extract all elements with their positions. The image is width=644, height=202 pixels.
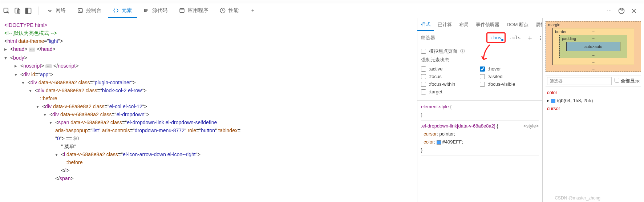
expander-icon[interactable]: ▾ (29, 86, 33, 94)
elements-icon (113, 8, 119, 13)
tab-label: 源代码 (152, 7, 167, 14)
subtab-computed[interactable]: 已计算 (434, 18, 455, 31)
box-model[interactable]: margin –––– border –––– padding –––– aut… (546, 21, 641, 72)
box-model-content: auto×auto (566, 42, 620, 51)
styles-sub-tabs: 样式 已计算 布局 事件侦听器 DOM 断点 属性 辅助功能 (417, 18, 542, 31)
tab-label: 性能 (228, 7, 239, 14)
close-icon[interactable] (630, 7, 637, 15)
help-icon[interactable] (618, 7, 625, 15)
state-target-checkbox[interactable] (421, 89, 426, 94)
comment: <!-- 默认为亮色模式 --> (4, 30, 57, 36)
svg-rect-4 (26, 8, 28, 13)
expander-icon[interactable]: ▾ (55, 150, 60, 158)
new-style-rule-icon[interactable]: ＋ (524, 32, 536, 44)
expander-icon[interactable]: ▾ (44, 110, 48, 118)
element-style-rule[interactable]: element.style {} (421, 103, 539, 121)
expander-icon[interactable]: ▾ (49, 118, 54, 126)
dom-tree-panel[interactable]: <!DOCTYPE html> <!-- 默认为亮色模式 --> <html d… (0, 18, 417, 202)
tab-console[interactable]: 控制台 (72, 4, 106, 18)
divider (39, 7, 39, 15)
styles-panel: 样式 已计算 布局 事件侦听器 DOM 断点 属性 辅助功能 :hov .cls… (417, 18, 542, 202)
tab-label: 应用程序 (188, 7, 208, 14)
css-rules-list[interactable]: element.style {} <style> .el-dropdown-li… (417, 101, 542, 202)
console-icon (77, 8, 83, 13)
svg-point-8 (144, 11, 145, 12)
show-all-checkbox[interactable] (615, 78, 619, 82)
color-swatch[interactable] (551, 99, 555, 103)
plus-icon: ＋ (250, 7, 255, 14)
tab-label: 网络 (56, 7, 66, 14)
tab-sources[interactable]: 源代码 (138, 4, 173, 18)
state-active-checkbox[interactable] (421, 66, 426, 72)
css-rule[interactable]: <style> .el-dropdown-link[data-v-68a8e8a… (421, 122, 539, 156)
selected-node-indicator: == $0 (66, 136, 79, 141)
dock-icon[interactable] (25, 7, 32, 15)
color-swatch[interactable] (437, 140, 441, 145)
subtab-properties[interactable]: 属性 (532, 18, 542, 31)
expander-icon[interactable]: ▾ (15, 70, 19, 78)
expander-icon[interactable]: ▸ (4, 45, 9, 53)
expander-icon[interactable]: ▾ (22, 78, 26, 86)
cls-toggle[interactable]: .cls (506, 33, 523, 42)
application-icon (179, 8, 185, 13)
doctype: <!DOCTYPE html> (4, 22, 47, 28)
wifi-icon (47, 8, 53, 13)
ellipsis-badge[interactable]: ⋯ (45, 64, 52, 68)
subtab-dom-breakpoints[interactable]: DOM 断点 (503, 18, 532, 31)
inspect-icon[interactable] (3, 7, 10, 15)
tab-label: 控制台 (86, 7, 101, 14)
ellipsis-badge[interactable]: ⋯ (29, 48, 35, 52)
state-focus-within-checkbox[interactable] (421, 82, 426, 87)
help-icon[interactable]: ⓘ (460, 48, 465, 54)
state-hover-checkbox[interactable] (480, 66, 485, 72)
computed-panel: margin –––– border –––– padding –––– aut… (542, 18, 644, 202)
svg-point-7 (144, 10, 145, 11)
rule-origin-link[interactable]: <style> (523, 122, 539, 130)
force-state-section: 模拟焦点页面 ⓘ 强制元素状态 :active :hover :focus :v… (417, 44, 542, 101)
styles-filter-input[interactable] (417, 31, 486, 44)
expander-icon[interactable]: ▾ (4, 54, 9, 62)
computed-filter-input[interactable] (547, 77, 612, 85)
browser-tabs-blur (0, 0, 644, 4)
expander-icon[interactable]: ▸ (15, 62, 19, 70)
svg-rect-1 (15, 8, 19, 13)
devtools-main-tabs: 网络 控制台 元素 源代码 应用程序 性能 ＋ ⋯ (0, 4, 644, 18)
watermark: CSDN @master_zhong (555, 195, 600, 201)
add-tab[interactable]: ＋ (245, 4, 260, 18)
state-focus-visible-checkbox[interactable] (480, 82, 485, 87)
expander-icon[interactable]: ▾ (36, 102, 41, 110)
tab-application[interactable]: 应用程序 (174, 4, 213, 18)
tab-network[interactable]: 网络 (42, 4, 71, 18)
tab-elements[interactable]: 元素 (108, 4, 137, 18)
computed-properties[interactable]: color ▸ rgb(64, 158, 255) cursor (546, 86, 641, 115)
sources-icon (143, 8, 149, 13)
more-icon[interactable]: ⋯ (605, 7, 613, 15)
tab-performance[interactable]: 性能 (215, 4, 244, 18)
performance-icon (220, 8, 226, 13)
subtab-styles[interactable]: 样式 (417, 18, 434, 31)
state-visited-checkbox[interactable] (480, 74, 485, 79)
force-state-header: 强制元素状态 (421, 57, 539, 63)
tab-label: 元素 (122, 7, 132, 14)
svg-point-6 (144, 9, 145, 9)
emulate-focus-checkbox[interactable] (421, 49, 426, 54)
state-focus-checkbox[interactable] (421, 74, 426, 79)
subtab-listeners[interactable]: 事件侦听器 (472, 18, 503, 31)
hov-toggle[interactable]: :hov (486, 32, 506, 43)
svg-rect-5 (78, 8, 82, 12)
styles-filter-row: :hov .cls ＋ ⫶ (417, 31, 542, 44)
device-toggle-icon[interactable] (14, 7, 21, 15)
subtab-layout[interactable]: 布局 (455, 18, 472, 31)
svg-rect-9 (180, 8, 184, 12)
